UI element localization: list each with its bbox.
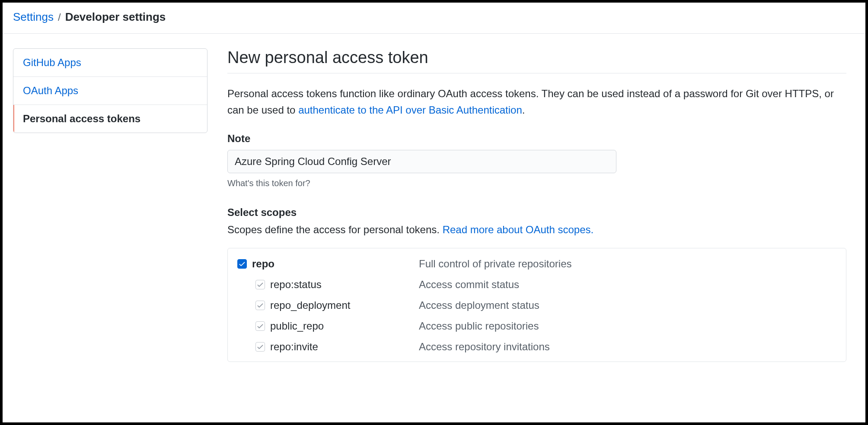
note-hint: What's this token for?	[227, 178, 846, 188]
scope-repo-status-checkbox[interactable]	[255, 280, 265, 289]
scope-public-repo-name: public_repo	[270, 320, 324, 332]
description-suffix: .	[522, 104, 525, 116]
scope-repo-name: repo	[252, 258, 274, 270]
scopes-description: Scopes define the access for personal to…	[227, 224, 846, 236]
scope-repo-status: repo:status Access commit status	[237, 274, 836, 295]
description-paragraph: Personal access tokens function like ord…	[227, 86, 846, 119]
description-link[interactable]: authenticate to the API over Basic Authe…	[298, 104, 522, 116]
scope-repo-invite-name: repo:invite	[270, 341, 318, 353]
scope-repo-status-name: repo:status	[270, 279, 322, 291]
main-content: New personal access token Personal acces…	[227, 48, 855, 362]
scope-repo-deployment: repo_deployment Access deployment status	[237, 295, 836, 316]
check-icon	[257, 344, 263, 350]
check-icon	[257, 323, 263, 329]
sidebar-item-github-apps[interactable]: GitHub Apps	[13, 49, 207, 77]
breadcrumb: Settings / Developer settings	[3, 3, 865, 34]
sidebar-menu: GitHub Apps OAuth Apps Personal access t…	[13, 48, 207, 133]
scope-repo-deployment-name: repo_deployment	[270, 299, 350, 311]
scope-public-repo-desc: Access public repositories	[419, 320, 539, 332]
page-title: New personal access token	[227, 48, 846, 73]
scope-repo-checkbox[interactable]	[237, 259, 247, 269]
scope-repo-status-desc: Access commit status	[419, 279, 519, 291]
scopes-box: repo Full control of private repositorie…	[227, 248, 846, 362]
breadcrumb-settings-link[interactable]: Settings	[13, 10, 54, 24]
scopes-label: Select scopes	[227, 206, 846, 219]
scopes-desc-link[interactable]: Read more about OAuth scopes.	[443, 224, 594, 235]
scope-repo-invite: repo:invite Access repository invitation…	[237, 336, 836, 357]
scope-repo-invite-desc: Access repository invitations	[419, 341, 550, 353]
scope-repo-desc: Full control of private repositories	[419, 258, 571, 270]
breadcrumb-separator: /	[58, 11, 61, 23]
scope-repo-deployment-checkbox[interactable]	[255, 301, 265, 310]
scope-repo-invite-checkbox[interactable]	[255, 342, 265, 352]
scope-public-repo-checkbox[interactable]	[255, 321, 265, 331]
check-icon	[239, 261, 245, 267]
scope-repo-deployment-desc: Access deployment status	[419, 299, 539, 311]
check-icon	[257, 302, 263, 308]
scope-repo: repo Full control of private repositorie…	[237, 258, 836, 274]
sidebar: GitHub Apps OAuth Apps Personal access t…	[13, 48, 207, 362]
scopes-desc-text: Scopes define the access for personal to…	[227, 224, 443, 235]
note-label: Note	[227, 133, 846, 145]
breadcrumb-current: Developer settings	[65, 10, 166, 24]
check-icon	[257, 282, 263, 288]
sidebar-item-oauth-apps[interactable]: OAuth Apps	[13, 77, 207, 105]
note-input[interactable]	[227, 150, 616, 173]
sidebar-item-personal-access-tokens[interactable]: Personal access tokens	[13, 105, 207, 133]
scope-public-repo: public_repo Access public repositories	[237, 316, 836, 336]
